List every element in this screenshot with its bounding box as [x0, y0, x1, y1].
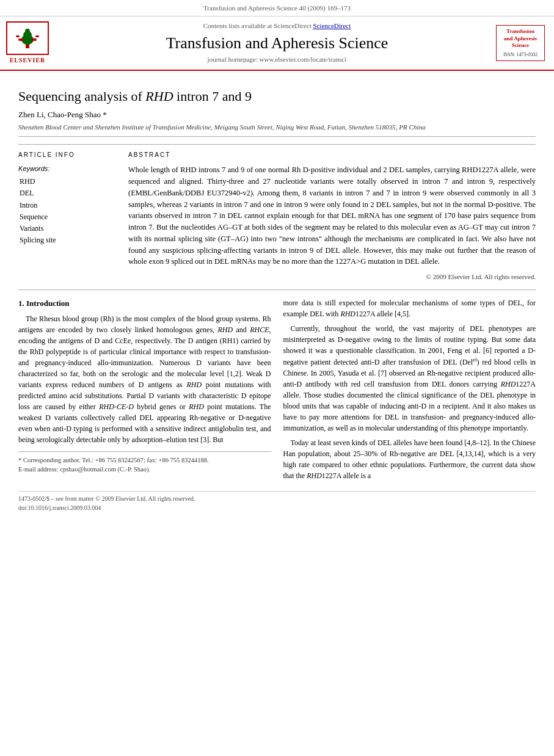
keyword-variants: Variants — [20, 223, 116, 234]
right-para-1: more data is still expected for molecula… — [283, 297, 536, 319]
footer-text: 1473-0502/$ – see front matter © 2009 El… — [18, 495, 536, 504]
copyright: © 2009 Elsevier Ltd. All rights reserved… — [128, 272, 536, 282]
page: Transfusion and Apheresis Science 40 (20… — [0, 0, 554, 756]
journal-citation: Transfusion and Apheresis Science 40 (20… — [203, 4, 351, 12]
logo-box — [6, 21, 49, 55]
keyword-rhd: RHD — [20, 176, 116, 187]
svg-point-3 — [25, 29, 30, 34]
intro-para-1: The Rhesus blood group (Rh) is the most … — [18, 313, 271, 445]
keywords-list: RHD DEL Intron Sequence Variants Splicin… — [18, 176, 116, 246]
right-para-2: Currently, throughout the world, the vas… — [283, 323, 536, 434]
keyword-intron: Intron — [20, 200, 116, 211]
author-names: Zhen Li, Chao-Peng Shao * — [18, 110, 107, 119]
svg-rect-5 — [32, 38, 37, 41]
article-title-italic: RHD — [145, 89, 173, 104]
svg-rect-6 — [16, 35, 20, 37]
top-bar: Transfusion and Apheresis Science 40 (20… — [0, 0, 554, 16]
keywords-label: Keywords: — [18, 164, 116, 174]
abstract-text: Whole length of RHD introns 7 and 9 of o… — [128, 164, 536, 267]
elsevier-text-label: ELSEVIER — [10, 56, 46, 65]
right-logo-line3: Science — [499, 42, 542, 49]
main-content: Sequencing analysis of RHD intron 7 and … — [0, 71, 554, 525]
right-journal-logo: Transfusion and Apheresis Science ISSN: … — [496, 25, 545, 61]
right-logo-area: Transfusion and Apheresis Science ISSN: … — [493, 21, 548, 65]
footer-bar: 1473-0502/$ – see front matter © 2009 El… — [18, 491, 536, 512]
article-title: Sequencing analysis of RHD intron 7 and … — [18, 88, 536, 106]
article-info-col: ARTICLE INFO Keywords: RHD DEL Intron Se… — [18, 151, 116, 282]
affiliation: Shenzhen Blood Center and Shenzhen Insti… — [18, 123, 536, 133]
section-divider — [18, 289, 536, 290]
journal-center-info: Contents lists available at ScienceDirec… — [67, 21, 487, 65]
footer-doi: doi:10.1016/j.transci.2009.03.004 — [18, 504, 536, 513]
sciencedirect-link[interactable]: ScienceDirect — [313, 22, 351, 29]
keyword-sequence: Sequence — [20, 211, 116, 223]
elsevier-logo-area: ELSEVIER — [6, 21, 61, 65]
right-logo-line1: Transfusion — [499, 28, 542, 35]
abstract-label: ABSTRACT — [128, 151, 536, 160]
article-info-abstract: ARTICLE INFO Keywords: RHD DEL Intron Se… — [18, 144, 536, 282]
right-para-3: Today at least seven kinds of DEL allele… — [283, 437, 536, 481]
article-title-section: Sequencing analysis of RHD intron 7 and … — [18, 77, 536, 136]
journal-header: ELSEVIER Contents lists available at Sci… — [0, 16, 554, 71]
right-logo-small: ISSN: 1473-0502 — [499, 52, 542, 58]
footnote-email: E-mail address: cpshao@hotmail.com (C.-P… — [18, 465, 271, 474]
body-col-left: 1. Introduction The Rhesus blood group (… — [18, 297, 271, 485]
authors: Zhen Li, Chao-Peng Shao * — [18, 109, 536, 121]
article-info-label: ARTICLE INFO — [18, 151, 116, 160]
right-logo-line2: and Apheresis — [499, 35, 542, 43]
svg-rect-4 — [18, 38, 23, 41]
journal-homepage: journal homepage: www.elsevier.com/locat… — [208, 55, 347, 65]
footnote-corresponding: * Corresponding author. Tel.: +86 755 83… — [18, 456, 271, 465]
svg-rect-7 — [35, 35, 39, 37]
abstract-col: ABSTRACT Whole length of RHD introns 7 a… — [128, 151, 536, 282]
elsevier-tree-icon — [12, 26, 43, 49]
body-col-right: more data is still expected for molecula… — [283, 297, 536, 485]
body-two-col: 1. Introduction The Rhesus blood group (… — [18, 297, 536, 485]
keyword-del: DEL — [20, 187, 116, 199]
contents-available: Contents lists available at ScienceDirec… — [203, 21, 351, 31]
intro-heading: 1. Introduction — [18, 297, 271, 310]
footnotes: * Corresponding author. Tel.: +86 755 83… — [18, 451, 271, 475]
elsevier-logo: ELSEVIER — [6, 21, 49, 65]
keyword-splicing: Splicing site — [20, 234, 116, 246]
journal-title: Transfusion and Apheresis Science — [166, 34, 388, 53]
